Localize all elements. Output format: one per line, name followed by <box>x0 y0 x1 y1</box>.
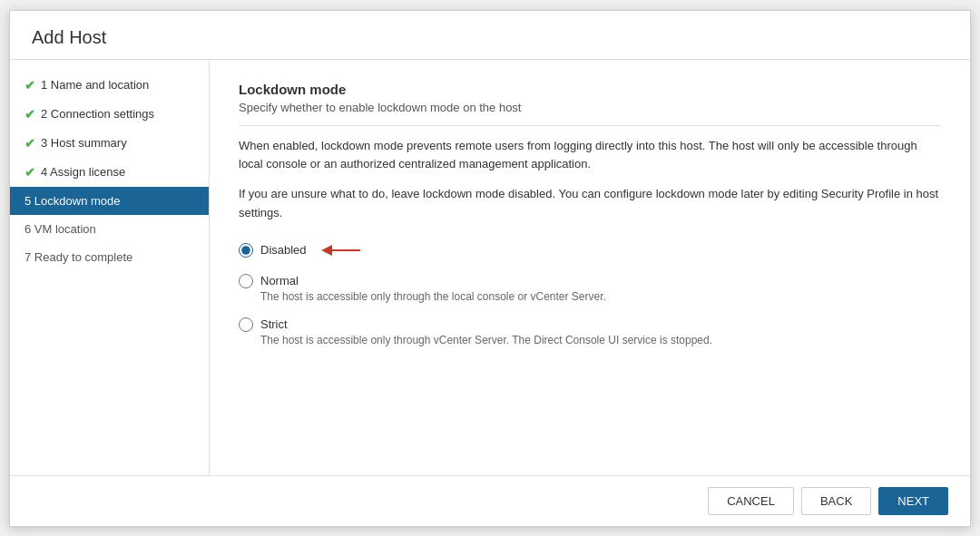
sidebar-step-7-label: 7 Ready to complete <box>24 250 132 264</box>
sidebar-item-name-location[interactable]: ✔ 1 Name and location <box>10 71 209 100</box>
sidebar-step-3-label: 3 Host summary <box>41 136 127 150</box>
check-icon-2: ✔ <box>24 107 35 122</box>
info-text-1: When enabled, lockdown mode prevents rem… <box>239 137 941 175</box>
radio-normal[interactable] <box>239 274 253 288</box>
cancel-button[interactable]: CANCEL <box>708 487 794 515</box>
radio-strict-label: Strict <box>260 317 288 331</box>
next-button[interactable]: NEXT <box>878 487 948 515</box>
radio-disabled[interactable] <box>239 243 253 258</box>
sidebar-step-6-label: 6 VM location <box>24 222 96 236</box>
sidebar: ✔ 1 Name and location ✔ 2 Connection set… <box>10 60 210 475</box>
radio-normal-label: Normal <box>260 274 299 287</box>
sidebar-item-lockdown-mode[interactable]: 5 Lockdown mode <box>10 187 209 215</box>
sidebar-step-5-label: 5 Lockdown mode <box>24 194 121 208</box>
check-icon-3: ✔ <box>24 136 35 151</box>
main-content: Lockdown mode Specify whether to enable … <box>210 60 970 475</box>
arrow-annotation <box>319 241 365 259</box>
section-title: Lockdown mode <box>239 82 941 97</box>
sidebar-step-1-label: 1 Name and location <box>41 78 149 92</box>
radio-item-strict: Strict The host is accessible only throu… <box>239 317 941 346</box>
lockdown-mode-options: Disabled <box>239 241 941 361</box>
section-subtitle: Specify whether to enable lockdown mode … <box>239 101 941 126</box>
sidebar-step-4-label: 4 Assign license <box>41 165 125 179</box>
radio-label-normal[interactable]: Normal <box>239 274 941 288</box>
sidebar-step-2-label: 2 Connection settings <box>41 107 154 121</box>
dialog-body: ✔ 1 Name and location ✔ 2 Connection set… <box>10 60 970 475</box>
radio-label-strict[interactable]: Strict <box>239 317 941 332</box>
add-host-dialog: Add Host ✔ 1 Name and location ✔ 2 Conne… <box>9 10 971 527</box>
sidebar-item-assign-license[interactable]: ✔ 4 Assign license <box>10 158 209 187</box>
dialog-footer: CANCEL BACK NEXT <box>10 475 970 526</box>
info-text-2: If you are unsure what to do, leave lock… <box>239 185 941 223</box>
sidebar-item-vm-location[interactable]: 6 VM location <box>10 215 209 243</box>
radio-label-disabled[interactable]: Disabled <box>239 241 941 259</box>
check-icon-4: ✔ <box>24 165 35 180</box>
radio-item-normal: Normal The host is accessible only throu… <box>239 274 941 303</box>
radio-item-disabled: Disabled <box>239 241 941 259</box>
check-icon-1: ✔ <box>24 78 35 93</box>
radio-strict-desc: The host is accessible only through vCen… <box>260 334 941 346</box>
dialog-title: Add Host <box>10 11 970 60</box>
radio-normal-desc: The host is accessible only through the … <box>260 290 941 303</box>
radio-strict[interactable] <box>239 317 253 332</box>
sidebar-item-host-summary[interactable]: ✔ 3 Host summary <box>10 129 209 158</box>
radio-disabled-label: Disabled <box>260 243 307 257</box>
back-button[interactable]: BACK <box>801 487 871 515</box>
sidebar-item-connection-settings[interactable]: ✔ 2 Connection settings <box>10 100 209 129</box>
sidebar-item-ready-to-complete[interactable]: 7 Ready to complete <box>10 243 209 271</box>
